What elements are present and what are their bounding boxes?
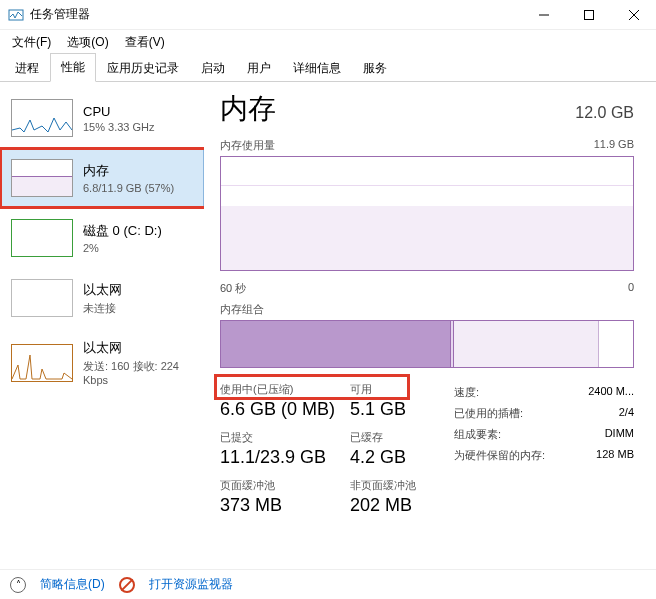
detail-capacity: 12.0 GB [575,104,634,122]
svg-rect-2 [584,10,593,19]
sidebar-label: 内存 [83,162,174,180]
sidebar-label: 以太网 [83,339,193,357]
tab-services[interactable]: 服务 [352,54,398,82]
tab-details[interactable]: 详细信息 [282,54,352,82]
stat-label: 使用中(已压缩) [220,382,350,397]
stat-value: 373 MB [220,495,350,516]
menubar: 文件(F) 选项(O) 查看(V) [0,30,656,54]
sidebar-item-memory[interactable]: 内存6.8/11.9 GB (57%) [0,148,204,208]
sidebar-sub: 15% 3.33 GHz [83,121,155,133]
app-icon [8,7,24,23]
sidebar-item-ethernet-1[interactable]: 以太网未连接 [0,268,204,328]
sidebar-label: CPU [83,104,155,119]
disk-thumb [11,219,73,257]
compo-label: 内存组合 [220,302,264,317]
open-resmon-link[interactable]: 打开资源监视器 [149,576,233,593]
seg-inuse [221,321,450,367]
chevron-up-icon[interactable]: ˄ [10,577,26,593]
time-right: 0 [628,281,634,296]
cpu-thumb [11,99,73,137]
stat-label: 页面缓冲池 [220,478,350,493]
maximize-button[interactable] [566,0,611,30]
stat-label: 已缓存 [350,430,450,445]
tab-users[interactable]: 用户 [236,54,282,82]
menu-options[interactable]: 选项(O) [61,32,114,53]
stat-label: 非页面缓冲池 [350,478,450,493]
fewer-details-link[interactable]: 简略信息(D) [40,576,105,593]
sidebar-item-disk[interactable]: 磁盘 0 (C: D:)2% [0,208,204,268]
minimize-button[interactable] [521,0,566,30]
tab-performance[interactable]: 性能 [50,53,96,82]
detail-title: 内存 [220,90,276,128]
detail-panel: 内存 12.0 GB 内存使用量11.9 GB 60 秒0 内存组合 使用中(已… [204,82,656,569]
memory-composition-chart[interactable] [220,320,634,368]
memory-usage-chart[interactable] [220,156,634,271]
main: CPU15% 3.33 GHz 内存6.8/11.9 GB (57%) 磁盘 0… [0,82,656,569]
close-button[interactable] [611,0,656,30]
stat-label: 可用 [350,382,450,397]
stat-value: 202 MB [350,495,450,516]
window-title: 任务管理器 [30,6,521,23]
spec-label: 组成要素: [454,427,501,442]
spec-label: 已使用的插槽: [454,406,523,421]
sidebar-label: 以太网 [83,281,122,299]
sidebar-sub: 2% [83,242,162,254]
net-thumb [11,344,73,382]
seg-standby [454,321,598,367]
spec-label: 速度: [454,385,479,400]
tab-startup[interactable]: 启动 [190,54,236,82]
stats: 使用中(已压缩)6.6 GB (0 MB) 可用5.1 GB 已提交11.1/2… [220,382,634,516]
sidebar-sub: 6.8/11.9 GB (57%) [83,182,174,194]
spec-value: DIMM [605,427,634,442]
sidebar-sub: 发送: 160 接收: 224 Kbps [83,359,193,386]
sidebar: CPU15% 3.33 GHz 内存6.8/11.9 GB (57%) 磁盘 0… [0,82,204,569]
titlebar: 任务管理器 [0,0,656,30]
stats-left: 使用中(已压缩)6.6 GB (0 MB) 可用5.1 GB 已提交11.1/2… [220,382,450,516]
stat-value: 6.6 GB (0 MB) [220,399,350,420]
sidebar-label: 磁盘 0 (C: D:) [83,222,162,240]
tabs: 进程 性能 应用历史记录 启动 用户 详细信息 服务 [0,54,656,82]
tab-processes[interactable]: 进程 [4,54,50,82]
footer: ˄ 简略信息(D) 打开资源监视器 [0,569,656,599]
spec-value: 128 MB [596,448,634,463]
spec-value: 2400 M... [588,385,634,400]
stat-label: 已提交 [220,430,350,445]
menu-view[interactable]: 查看(V) [119,32,171,53]
sidebar-sub: 未连接 [83,301,122,316]
seg-free [598,321,633,367]
sidebar-item-ethernet-2[interactable]: 以太网发送: 160 接收: 224 Kbps [0,328,204,397]
time-left: 60 秒 [220,281,246,296]
tab-app-history[interactable]: 应用历史记录 [96,54,190,82]
usage-max: 11.9 GB [594,138,634,153]
stat-value: 4.2 GB [350,447,450,468]
menu-file[interactable]: 文件(F) [6,32,57,53]
stats-right: 速度:2400 M... 已使用的插槽:2/4 组成要素:DIMM 为硬件保留的… [454,382,634,516]
spec-label: 为硬件保留的内存: [454,448,545,463]
sidebar-item-cpu[interactable]: CPU15% 3.33 GHz [0,88,204,148]
resmon-icon [119,577,135,593]
spec-value: 2/4 [619,406,634,421]
stat-value: 5.1 GB [350,399,450,420]
usage-label: 内存使用量 [220,138,275,153]
net-thumb [11,279,73,317]
memory-thumb [11,159,73,197]
stat-value: 11.1/23.9 GB [220,447,350,468]
